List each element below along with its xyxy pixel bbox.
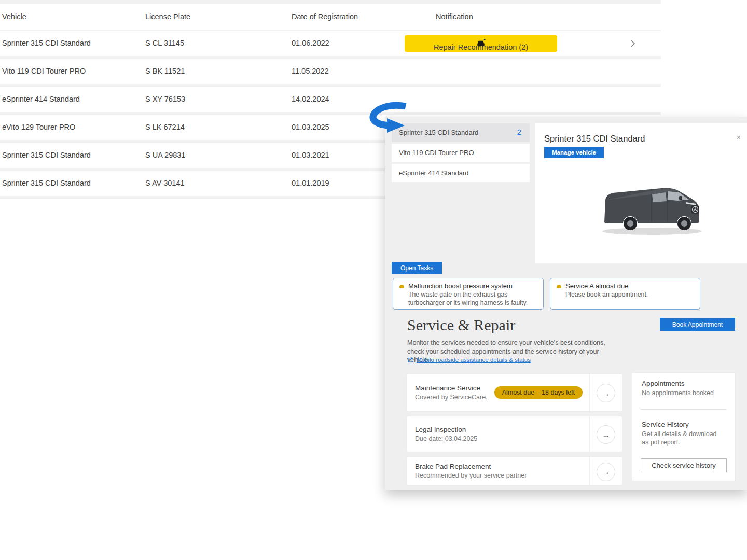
repair-recommendation-label: Repair Recommendation (2)	[434, 43, 528, 51]
open-legal-inspection-arrow-button[interactable]: →	[597, 425, 615, 444]
manage-vehicle-button[interactable]: Manage vehicle	[544, 147, 604, 158]
service-card-brake-pad[interactable]: Brake Pad Replacement Recommended by you…	[406, 456, 622, 486]
almost-due-badge: Almost due – 18 days left	[494, 386, 583, 399]
service-card-legal-inspection[interactable]: Legal Inspection Due date: 03.04.2025 →	[406, 416, 622, 452]
divider	[641, 409, 727, 410]
service-card-title: Brake Pad Replacement	[415, 463, 491, 470]
vehicle-list-item-esprinter-414[interactable]: eSprinter 414 Standard	[392, 164, 530, 182]
vehicle-list-label: Vito 119 CDI Tourer PRO	[399, 149, 474, 157]
license-plate: S LK 67214	[145, 123, 185, 131]
vehicle-name: Vito 119 CDI Tourer PRO	[2, 67, 86, 75]
card-arrow-zone: →	[589, 416, 622, 452]
book-appointment-button[interactable]: Book Appointment	[660, 318, 735, 331]
license-plate: S XY 76153	[145, 95, 185, 103]
service-card-maintenance[interactable]: Maintenance Service Covered by ServiceCa…	[406, 373, 622, 412]
col-header-license-plate: License Plate	[145, 12, 190, 21]
repair-recommendation-button[interactable]: Repair Recommendation (2)	[405, 35, 557, 52]
license-plate: S UA 29831	[145, 151, 185, 159]
open-brake-pad-arrow-button[interactable]: →	[597, 463, 615, 481]
fleet-service-page: Vehicle License Plate Date of Registrati…	[0, 0, 747, 560]
service-history-subtitle: Get all details & download as pdf report…	[642, 430, 720, 446]
vehicle-list-item-vito-119[interactable]: Vito 119 CDI Tourer PRO	[392, 144, 530, 162]
vehicle-name: eSprinter 414 Standard	[2, 95, 80, 103]
task-card-service-a[interactable]: Service A almost due Please book an appo…	[550, 278, 700, 310]
mobilo-assistance-link[interactable]: Mobilo roadside assistance details & sta…	[407, 357, 531, 363]
col-header-vehicle: Vehicle	[2, 12, 26, 21]
close-icon[interactable]: ×	[737, 134, 741, 141]
task-title: Malfunction boost pressure system	[408, 282, 513, 290]
table-row[interactable]: Sprinter 315 CDI Standard S CL 31145 01.…	[0, 31, 661, 56]
registration-date: 01.03.2021	[292, 151, 329, 159]
car-icon	[398, 283, 405, 290]
service-card-subtitle: Recommended by your service partner	[415, 472, 527, 479]
vehicle-list-label: Sprinter 315 CDI Standard	[399, 129, 478, 136]
vehicle-list-label: eSprinter 414 Standard	[399, 169, 468, 177]
van-photo	[590, 175, 714, 240]
open-maintenance-arrow-button[interactable]: →	[597, 384, 615, 402]
task-description: The waste gate on the exhaust gas turboc…	[408, 291, 539, 307]
table-header-row: Vehicle License Plate Date of Registrati…	[0, 4, 661, 30]
service-card-subtitle: Covered by ServiceCare.	[415, 394, 488, 401]
service-repair-title: Service & Repair	[407, 316, 515, 334]
registration-date: 14.02.2024	[292, 95, 329, 103]
service-card-subtitle: Due date: 03.04.2025	[415, 435, 477, 442]
chevron-right-icon[interactable]	[628, 38, 638, 49]
card-arrow-zone: →	[589, 374, 622, 411]
registration-date: 01.01.2019	[292, 179, 329, 187]
appointments-history-card: Appointments No appointments booked Serv…	[632, 372, 736, 481]
col-header-date-of-registration: Date of Registration	[292, 12, 358, 21]
task-description: Please book an appointment.	[565, 291, 696, 299]
registration-date: 01.06.2022	[292, 39, 329, 47]
registration-date: 11.05.2022	[292, 67, 329, 75]
service-card-title: Maintenance Service	[415, 384, 480, 392]
vehicle-list-item-sprinter-315[interactable]: Sprinter 315 CDI Standard 2	[392, 123, 530, 142]
external-link-icon	[407, 357, 413, 363]
selected-vehicle-title: Sprinter 315 CDI Standard	[544, 134, 645, 144]
service-card-title: Legal Inspection	[415, 426, 466, 433]
car-icon	[556, 283, 562, 290]
license-plate: S AV 30141	[145, 179, 185, 187]
vehicle-name: Sprinter 315 CDI Standard	[2, 179, 91, 187]
card-arrow-zone: →	[589, 457, 622, 485]
mobilo-assistance-link-label: Mobilo roadside assistance details & sta…	[417, 357, 531, 363]
service-history-title: Service History	[642, 421, 689, 428]
task-title: Service A almost due	[565, 282, 628, 290]
table-row[interactable]: Vito 119 CDI Tourer PRO S BK 11521 11.05…	[0, 59, 661, 84]
vehicle-name: eVito 129 Tourer PRO	[2, 123, 75, 131]
license-plate: S BK 11521	[145, 67, 185, 75]
callout-arrow-icon	[362, 101, 410, 134]
vehicle-name: Sprinter 315 CDI Standard	[2, 151, 91, 159]
open-tasks-tab[interactable]: Open Tasks	[392, 262, 442, 274]
appointments-subtitle: No appointments booked	[642, 389, 720, 397]
notification-count-badge: 2	[517, 128, 521, 136]
check-service-history-button[interactable]: Check service history	[641, 458, 727, 472]
license-plate: S CL 31145	[145, 39, 184, 47]
table-row[interactable]: eSprinter 414 Standard S XY 76153 14.02.…	[0, 87, 661, 112]
task-card-malfunction[interactable]: Malfunction boost pressure system The wa…	[393, 278, 544, 310]
vehicle-name: Sprinter 315 CDI Standard	[2, 39, 91, 47]
selected-vehicle-card: Sprinter 315 CDI Standard Manage vehicle…	[535, 123, 747, 263]
registration-date: 01.03.2025	[292, 123, 329, 131]
vehicle-detail-overlay: Sprinter 315 CDI Standard 2 Vito 119 CDI…	[385, 117, 747, 490]
appointments-title: Appointments	[642, 380, 685, 387]
col-header-notification: Notification	[436, 12, 473, 21]
